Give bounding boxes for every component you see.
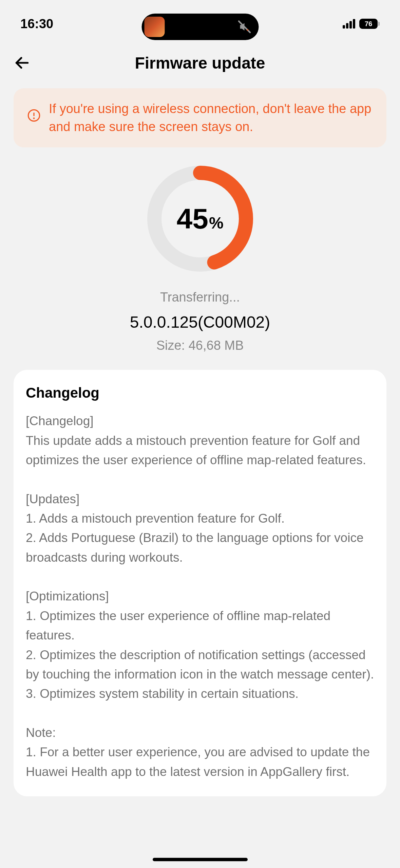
status-bar: 16:30 76 <box>0 0 400 41</box>
progress-section: 45 % Transferring... 5.0.0.125(C00M02) S… <box>0 158 400 370</box>
page-title: Firmware update <box>135 54 265 72</box>
svg-point-5 <box>34 118 34 119</box>
transfer-status: Transferring... <box>14 290 386 305</box>
progress-value: 45 % <box>176 202 223 235</box>
status-right: 76 <box>343 19 380 29</box>
header: Firmware update <box>0 41 400 82</box>
warning-banner: If you're using a wireless connection, d… <box>14 88 386 147</box>
svg-point-1 <box>247 29 248 31</box>
progress-number: 45 <box>176 202 208 235</box>
warning-text: If you're using a wireless connection, d… <box>49 100 373 136</box>
home-indicator[interactable] <box>153 858 248 861</box>
dynamic-island[interactable] <box>141 14 259 40</box>
cellular-signal-icon <box>343 19 355 29</box>
back-arrow-icon[interactable] <box>14 54 31 71</box>
firmware-size: Size: 46,68 MB <box>14 338 386 353</box>
changelog-title: Changelog <box>26 385 374 401</box>
progress-percent-symbol: % <box>209 214 224 232</box>
now-playing-avatar <box>144 17 165 37</box>
battery-level: 76 <box>359 19 378 29</box>
status-time: 16:30 <box>20 17 53 31</box>
mute-icon <box>237 19 252 34</box>
changelog-card[interactable]: Changelog [Changelog] This update adds a… <box>14 370 386 796</box>
alert-icon <box>27 109 41 122</box>
battery-indicator: 76 <box>359 19 380 29</box>
progress-ring: 45 % <box>146 164 254 273</box>
changelog-body: [Changelog] This update adds a mistouch … <box>26 411 374 781</box>
firmware-version: 5.0.0.125(C00M02) <box>14 313 386 331</box>
